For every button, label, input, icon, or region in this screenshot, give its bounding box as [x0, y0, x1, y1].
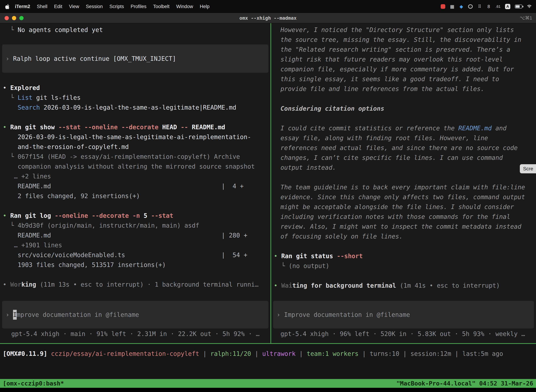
screen: iTerm2ShellEditViewSessionScriptsProfile…: [0, 0, 536, 392]
window-title: omx --xhigh --madmax: [0, 15, 536, 21]
terminal-line: this single essay, it seems like a good …: [274, 74, 536, 84]
app-circle-icon[interactable]: [468, 5, 473, 9]
dots-grid-icon[interactable]: ⠿: [477, 4, 482, 9]
screen-overlay-button[interactable]: Scre: [520, 164, 536, 173]
terminal-line: 2 files changed, 92 insertions(+): [3, 191, 270, 201]
menu-view[interactable]: View: [66, 4, 82, 9]
text-segment: --oneline --decorate: [55, 212, 133, 219]
prompt-input-right[interactable]: › Improve documentation in @filename: [273, 301, 534, 328]
text-segment: |: [251, 350, 262, 357]
text-segment: └: [3, 26, 18, 33]
text-segment: |: [399, 350, 411, 357]
terminal-line: review. Also, I might want to inspect th…: [274, 222, 536, 232]
terminal-line: provide file and line references from th…: [274, 84, 536, 94]
menu-edit[interactable]: Edit: [51, 4, 66, 9]
terminal-line: README.md | 4 +: [3, 181, 270, 191]
terminal-line: [3, 270, 270, 280]
terminal-line: changes, I can’t cite specific file line…: [274, 153, 536, 163]
menu-help[interactable]: Help: [196, 4, 213, 9]
terminal-line: • Explored: [3, 83, 270, 93]
tmux-session-name: [omx-cczip0:bash*: [3, 380, 64, 387]
key-badge-icon[interactable]: 8: [486, 4, 491, 9]
prompt-input-left[interactable]: › Improve documentation in @filename: [2, 301, 268, 328]
apple-icon: [5, 4, 10, 9]
terminal-line: [274, 241, 536, 251]
text-segment: (no output): [289, 262, 329, 269]
omx-status-bar: [OMX#0.11.9] cczip/essay/ai-reimplementa…: [0, 344, 536, 379]
terminal-line: and-the-erosion-of-copyleft.md: [3, 142, 270, 152]
text-segment: [OMX#0.11.9]: [3, 350, 47, 357]
battery-fill: [516, 5, 520, 8]
text-segment: 1903 files changed, 513517 insertions(+): [3, 261, 166, 268]
text-segment: git log: [25, 212, 55, 219]
apple-menu[interactable]: [5, 4, 10, 9]
text-segment: git ls-files: [33, 94, 81, 101]
text-segment: of focusing solely on file lines.: [281, 233, 403, 240]
session-status-left: gpt-5.4 xhigh · main · 91% left · 2.31M …: [3, 329, 270, 339]
text-segment: including verification notes with those …: [281, 213, 510, 220]
text-segment: gpt-5.4 xhigh · 96% left · 520K in · 5.8…: [281, 330, 525, 337]
text-segment: |: [359, 350, 370, 357]
text-segment: king: [21, 281, 36, 288]
text-segment: Ran: [10, 124, 25, 131]
menu-window[interactable]: Window: [173, 4, 196, 9]
text-segment: git status: [296, 252, 337, 260]
text-segment: The team guideline is to back every impo…: [281, 184, 525, 191]
terminal-line: However, I noticed the "Directory Struct…: [274, 25, 536, 35]
text-segment: However, I noticed the "Directory Struct…: [281, 26, 514, 33]
agent-transcript-left: • Explored └ List git ls-files Search 20…: [3, 83, 270, 289]
text-segment: └: [3, 222, 18, 229]
wifi-icon[interactable]: [527, 5, 532, 9]
text-segment: --stat: [151, 212, 173, 219]
terminal-line: • Waiting for background terminal (1m 41…: [274, 281, 536, 290]
window-grid-icon[interactable]: ▦: [450, 4, 455, 9]
text-segment: List: [18, 94, 32, 101]
terminal-line: README.md | 280 +: [3, 230, 270, 240]
window-shortcut: ⌥⌘1: [520, 15, 536, 21]
app-status-icon[interactable]: ◆: [459, 4, 464, 9]
text-segment: might be acceptable alongside the file l…: [281, 203, 514, 210]
terminal-line: [274, 173, 536, 182]
text-segment: and: [492, 125, 507, 132]
text-segment: •: [3, 212, 10, 219]
menu-iterm2[interactable]: iTerm2: [12, 4, 34, 9]
agent-transcript-right: However, I noticed the "Directory Struct…: [274, 25, 536, 290]
text-segment: 2026-03-09-is-legal-the-same-as-legitima…: [40, 104, 236, 111]
text-segment: 2 files changed, 92 insertions(+): [3, 192, 140, 200]
text-segment: … +1901 lines: [3, 242, 62, 249]
text-segment: Search: [18, 104, 40, 111]
screen-recording-indicator[interactable]: [441, 4, 445, 9]
input-source-icon[interactable]: A: [505, 4, 510, 9]
text-segment: Improve documentation in @filename: [284, 310, 410, 320]
ralph-loop-banner[interactable]: › Ralph loop active continue [OMX_TMUX_I…: [2, 44, 268, 73]
menu-profiles[interactable]: Profiles: [127, 4, 150, 9]
gauge-icon[interactable]: .61: [496, 5, 500, 9]
terminal-line: └ List git ls-files: [3, 93, 270, 103]
text-segment: mprove documentation in @filename: [17, 310, 139, 320]
terminal-line: [3, 112, 270, 122]
text-segment: evidence. Since this change only affects…: [281, 194, 525, 201]
text-segment: |: [451, 350, 462, 357]
right-pane[interactable]: However, I noticed the "Directory Struct…: [271, 23, 536, 343]
text-segment: Ran: [281, 252, 296, 260]
screen-bottom-gap: [0, 388, 536, 392]
text-segment: --stat --oneline --decorate: [58, 124, 162, 131]
menu-session[interactable]: Session: [82, 4, 106, 9]
text-segment: provide file and line references from th…: [281, 85, 484, 92]
text-segment: review. Also, I might want to inspect th…: [281, 223, 522, 230]
terminal-line: [3, 201, 270, 211]
menu-scripts[interactable]: Scripts: [106, 4, 127, 9]
window-titlebar[interactable]: omx --xhigh --madmax ⌥⌘1: [0, 13, 536, 23]
menu-toolbelt[interactable]: Toolbelt: [150, 4, 173, 9]
text-segment: the source tree, missing the essay. Stil…: [281, 36, 522, 43]
text-segment: (11m 13s • esc to interrupt) · 1 backgro…: [36, 281, 258, 288]
text-segment: changes, I can’t cite specific file line…: [281, 154, 503, 161]
text-segment: Wai: [281, 282, 292, 289]
terminal-line: … +2 lines: [3, 171, 270, 181]
terminal-line: … +1901 lines: [3, 240, 270, 250]
left-pane[interactable]: └ No agents completed yet › Ralph loop a…: [0, 23, 270, 343]
terminal-line: └ 067f154 (HEAD -> essay/ai-reimplementa…: [3, 152, 270, 162]
battery-icon[interactable]: [515, 5, 522, 9]
terminal-line: might be acceptable alongside the file l…: [274, 202, 536, 212]
menu-shell[interactable]: Shell: [34, 4, 51, 9]
